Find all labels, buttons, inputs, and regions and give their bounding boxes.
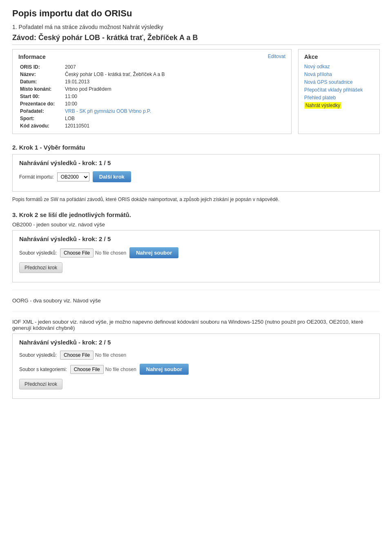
field-key: ORIS ID: <box>18 63 63 71</box>
edit-link[interactable]: Editovat <box>268 54 285 60</box>
step2-iof-file-row: Soubor výsledků: Choose File No file cho… <box>19 351 373 360</box>
actions-list: Nový odkazNová přílohaNová GPS souřadnic… <box>304 63 374 108</box>
action-link[interactable]: Nová GPS souřadnice <box>304 79 353 85</box>
field-value: 11:00 <box>63 93 285 100</box>
iof-file-label: Soubor výsledků: <box>19 352 57 358</box>
list-item: Přehled plateb <box>304 94 374 101</box>
next-step-button[interactable]: Další krok <box>93 171 131 182</box>
step2-iof-prev-row: Předchozí krok <box>19 379 373 389</box>
iof-note: IOF XML - jeden soubor viz. návod výše, … <box>12 319 380 331</box>
table-row: Pořadatel:VRB - SK při gymnáziu OOB Vrbn… <box>18 107 285 115</box>
actions-panel: Akce Nový odkazNová přílohaNová GPS souř… <box>298 49 380 134</box>
info-table: ORIS ID:2007Název:Český pohár LOB - krát… <box>18 63 285 130</box>
step2-ob2000-title: Nahrávání výsledků - krok: 2 / 5 <box>19 235 373 242</box>
field-key: Datum: <box>18 78 63 85</box>
field-key: Kód závodu: <box>18 122 63 130</box>
race-title: Závod: Český pohár LOB - krátká trať, Že… <box>12 34 380 45</box>
info-panel: Informace Editovat ORIS ID:2007Název:Čes… <box>12 49 292 134</box>
field-key: Sport: <box>18 115 63 122</box>
list-item: Nahrát výsledky <box>304 102 374 108</box>
field-value: 2007 <box>63 63 285 71</box>
step2-ob2000-prev-row: Předchozí krok <box>19 262 373 273</box>
section2-label: 2. Krok 1 - Výběr formátu <box>12 144 380 151</box>
field-key: Start 00: <box>18 93 63 100</box>
field-key: Prezentace do: <box>18 100 63 107</box>
divider1 <box>12 290 380 290</box>
ob2000-no-file-text: No file chosen <box>95 250 126 256</box>
ob2000-note: OB2000 - jeden soubor viz. návod výše <box>12 221 380 228</box>
action-link[interactable]: Nová příloha <box>304 72 332 77</box>
step2-iof-title: Nahrávání výsledků - krok: 2 / 5 <box>19 339 373 346</box>
step2-ob2000-card: Nahrávání výsledků - krok: 2 / 5 Soubor … <box>12 230 380 282</box>
field-key: Pořadatel: <box>18 107 63 115</box>
field-link[interactable]: VRB - SK při gymnáziu OOB Vrbno p.P. <box>65 108 151 114</box>
action-link[interactable]: Přehled plateb <box>304 95 336 101</box>
iof-choose-file-button1[interactable]: Choose File <box>60 351 94 360</box>
format-label: Formát importu: <box>19 174 54 180</box>
field-value: 120110501 <box>63 122 285 130</box>
list-item: Nová příloha <box>304 71 374 77</box>
ob2000-upload-button[interactable]: Nahrej soubor <box>129 247 178 258</box>
list-item: Nový odkaz <box>304 63 374 69</box>
step1-card: Nahrávání výsledků - krok: 1 / 5 Formát … <box>12 154 380 192</box>
action-link[interactable]: Nahrát výsledky <box>304 102 341 109</box>
section3-label: 3. Krok 2 se liší dle jednotlivých formá… <box>12 211 380 218</box>
step1-description: Popis formátů ze SW na pořádání závodů, … <box>12 196 380 203</box>
field-key: Název: <box>18 71 63 78</box>
ob2000-choose-file-button[interactable]: Choose File <box>60 248 94 257</box>
divider2 <box>12 311 380 311</box>
info-panel-header: Informace Editovat <box>18 54 285 60</box>
ob2000-file-input-wrapper: Choose File No file chosen <box>60 248 126 257</box>
table-row: Název:Český pohár LOB - krátká trať, Žeb… <box>18 71 285 78</box>
iof-categories-label: Soubor s kategoriemi: <box>19 367 67 372</box>
iof-prev-button[interactable]: Předchozí krok <box>19 379 62 389</box>
field-value: 19.01.2013 <box>63 78 285 85</box>
iof-choose-file-button2[interactable]: Choose File <box>70 365 104 374</box>
table-row: Start 00:11:00 <box>18 93 285 100</box>
iof-upload-button[interactable]: Nahrej soubor <box>140 364 189 375</box>
field-value: Vrbno pod Pradědem <box>63 85 285 93</box>
step1-form-row: Formát importu: OB2000OORGIOF XML Další … <box>19 171 373 182</box>
actions-panel-title: Akce <box>304 54 374 60</box>
table-row: Místo konání:Vrbno pod Pradědem <box>18 85 285 93</box>
iof-no-file-text1: No file chosen <box>95 352 126 358</box>
table-row: Kód závodu:120110501 <box>18 122 285 130</box>
field-value: Český pohár LOB - krátká trať, Žebříček … <box>63 71 285 78</box>
step1-card-title: Nahrávání výsledků - krok: 1 / 5 <box>19 159 373 166</box>
iof-categories-input-wrapper: Choose File No file chosen <box>70 365 136 374</box>
step2-iof-categories-row: Soubor s kategoriemi: Choose File No fil… <box>19 364 373 375</box>
field-value: VRB - SK při gymnáziu OOB Vrbno p.P. <box>63 107 285 115</box>
field-value: 10:00 <box>63 100 285 107</box>
list-item: Nová GPS souřadnice <box>304 79 374 85</box>
table-row: Prezentace do:10:00 <box>18 100 285 107</box>
field-value: LOB <box>63 115 285 122</box>
iof-file-input-wrapper: Choose File No file chosen <box>60 351 126 360</box>
ob2000-file-label: Soubor výsledků: <box>19 250 57 256</box>
ob2000-prev-button[interactable]: Předchozí krok <box>19 262 62 273</box>
format-select[interactable]: OB2000OORGIOF XML <box>57 172 89 181</box>
table-row: Datum:19.01.2013 <box>18 78 285 85</box>
info-panel-title: Informace <box>18 54 46 60</box>
race-layout: Informace Editovat ORIS ID:2007Název:Čes… <box>12 49 380 134</box>
table-row: Sport:LOB <box>18 115 285 122</box>
step2-iof-card: Nahrávání výsledků - krok: 2 / 5 Soubor … <box>12 333 380 399</box>
page-title: Popis importu dat do ORISu <box>12 8 380 19</box>
step2-ob2000-file-row: Soubor výsledků: Choose File No file cho… <box>19 247 373 258</box>
table-row: ORIS ID:2007 <box>18 63 285 71</box>
field-key: Místo konání: <box>18 85 63 93</box>
iof-no-file-text2: No file chosen <box>105 367 136 372</box>
section1-label: 1. Pořadatel má na stráce závodu možnost… <box>12 24 380 30</box>
list-item: Přepočítat vklady přihlášek <box>304 87 374 93</box>
action-link[interactable]: Nový odkaz <box>304 64 330 69</box>
oorg-note: OORG - dva soubory viz. Návod výše <box>12 298 380 304</box>
action-link[interactable]: Přepočítat vklady přihlášek <box>304 87 363 93</box>
